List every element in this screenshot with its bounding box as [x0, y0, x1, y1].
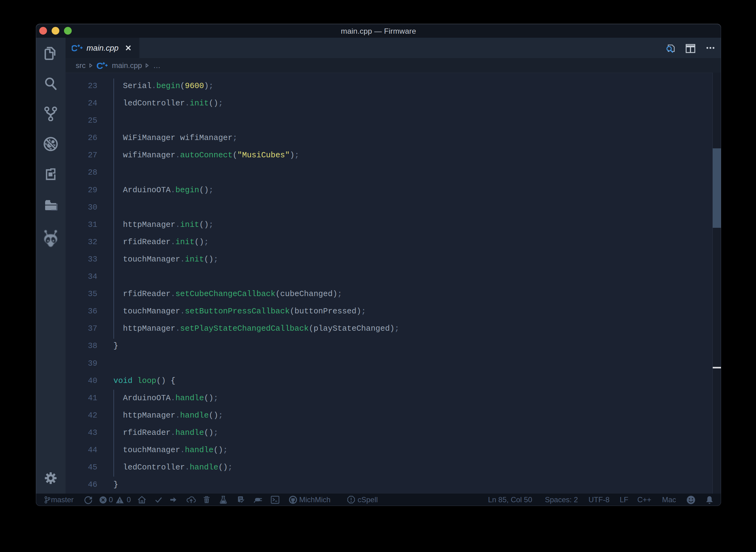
svg-text:C: C	[97, 61, 103, 70]
svg-text:C: C	[72, 44, 78, 52]
